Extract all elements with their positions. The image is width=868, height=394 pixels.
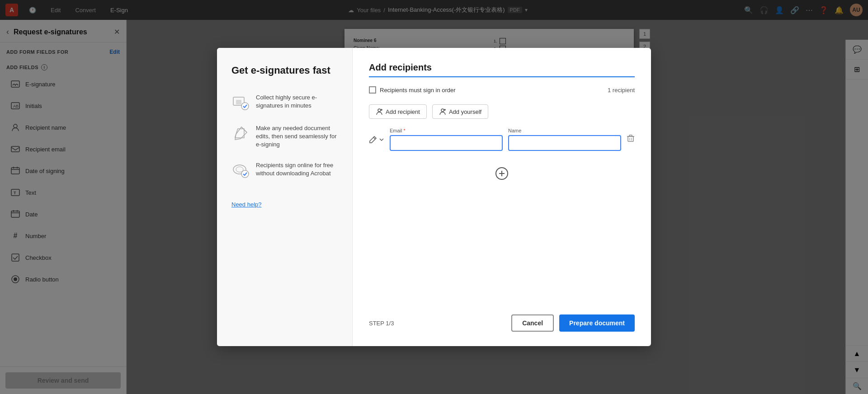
delete-recipient-btn[interactable]: [627, 134, 635, 145]
plus-icon: [498, 170, 505, 177]
svg-point-24: [241, 170, 249, 178]
svg-point-28: [441, 109, 444, 112]
email-required-star: *: [404, 128, 406, 133]
recipient-role-btn[interactable]: [369, 136, 384, 144]
feature-secure-icon: [231, 94, 250, 112]
add-yourself-label: Add yourself: [449, 108, 481, 115]
add-recipient-label: Add recipient: [386, 108, 420, 115]
recipient-count-label: 1 recipient: [608, 87, 635, 94]
email-input[interactable]: [390, 135, 503, 151]
trash-icon: [627, 134, 635, 142]
modal: Get e-signatures fast Collect highly sec…: [217, 48, 651, 346]
chevron-down-icon: [379, 137, 384, 142]
name-input-group: Name: [508, 128, 621, 151]
step-label: STEP 1/3: [369, 320, 394, 327]
must-sign-order-row: Recipients must sign in order: [369, 86, 456, 94]
svg-line-31: [373, 137, 375, 139]
feature-secure: Collect highly secure e-signatures in mi…: [231, 94, 338, 112]
feature-free-text: Recipients sign online for free without …: [256, 161, 338, 178]
add-recipient-btn[interactable]: Add recipient: [369, 104, 427, 119]
add-yourself-btn[interactable]: Add yourself: [432, 104, 488, 119]
modal-footer: STEP 1/3 Cancel Prepare document: [369, 314, 635, 332]
modal-footer-buttons: Cancel Prepare document: [511, 314, 635, 332]
modal-right-panel: Add recipients Recipients must sign in o…: [353, 48, 651, 346]
add-more-recipients: [369, 164, 635, 180]
svg-point-20: [241, 103, 249, 110]
pen-icon: [369, 136, 377, 144]
add-recipient-toolbar: Add recipient Add yourself: [369, 104, 635, 119]
add-yourself-icon: [439, 108, 446, 115]
prepare-document-btn[interactable]: Prepare document: [559, 314, 635, 332]
add-circle-icon: [495, 167, 508, 180]
modal-divider: [369, 76, 635, 77]
name-input[interactable]: [508, 135, 621, 151]
email-input-group: Email *: [390, 128, 503, 151]
feature-secure-text: Collect highly secure e-signatures in mi…: [256, 94, 338, 110]
feature-edit-text: Make any needed document edits, then sen…: [256, 124, 338, 149]
name-input-label: Name: [508, 128, 621, 133]
modal-left-title: Get e-signatures fast: [231, 64, 338, 77]
svg-point-25: [378, 109, 381, 112]
add-recipient-icon: [376, 108, 383, 115]
svg-rect-32: [628, 136, 633, 141]
modal-backdrop: Get e-signatures fast Collect highly sec…: [0, 0, 868, 394]
feature-edit: Make any needed document edits, then sen…: [231, 124, 338, 149]
must-sign-order-checkbox[interactable]: [369, 86, 376, 94]
email-input-label: Email *: [390, 128, 503, 133]
modal-left-panel: Get e-signatures fast Collect highly sec…: [217, 48, 353, 346]
modal-right-title: Add recipients: [369, 62, 635, 73]
svg-rect-19: [236, 100, 241, 104]
feature-free-icon: [231, 161, 250, 179]
need-help-link[interactable]: Need help?: [231, 201, 262, 208]
recipients-options-row: Recipients must sign in order 1 recipien…: [369, 86, 635, 94]
cancel-btn[interactable]: Cancel: [511, 314, 554, 332]
recipient-row-1: Email * Name: [369, 128, 635, 151]
add-recipient-circle-btn[interactable]: [495, 167, 508, 180]
feature-edit-icon: [231, 124, 250, 142]
must-sign-order-label: Recipients must sign in order: [380, 87, 456, 94]
feature-free: Recipients sign online for free without …: [231, 161, 338, 179]
